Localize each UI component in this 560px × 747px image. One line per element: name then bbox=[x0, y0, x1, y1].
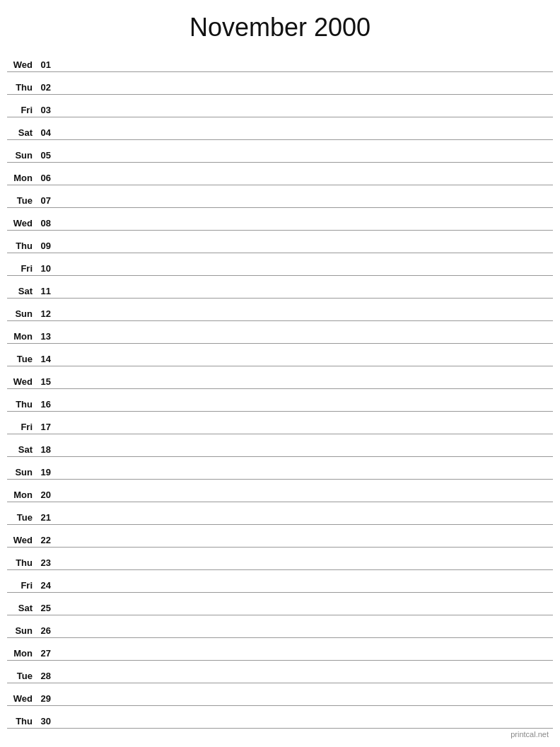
day-name: Tue bbox=[7, 512, 35, 523]
day-number: 06 bbox=[35, 173, 57, 183]
day-number: 15 bbox=[35, 376, 57, 387]
day-line bbox=[57, 499, 553, 500]
day-line bbox=[57, 635, 553, 636]
day-number: 29 bbox=[35, 693, 57, 704]
day-row: Sun26 bbox=[7, 615, 553, 638]
day-row: Sat25 bbox=[7, 593, 553, 615]
day-line bbox=[57, 69, 553, 70]
day-number: 11 bbox=[35, 286, 57, 296]
day-number: 08 bbox=[35, 218, 57, 228]
day-name: Thu bbox=[7, 716, 35, 726]
day-row: Thu02 bbox=[7, 72, 553, 95]
day-number: 18 bbox=[35, 444, 57, 455]
day-row: Wed29 bbox=[7, 683, 553, 706]
day-line bbox=[57, 477, 553, 477]
day-line bbox=[57, 432, 553, 432]
day-name: Mon bbox=[7, 331, 35, 342]
day-line bbox=[57, 341, 553, 342]
day-row: Mon13 bbox=[7, 321, 553, 344]
day-number: 21 bbox=[35, 512, 57, 523]
day-number: 30 bbox=[35, 716, 57, 726]
day-name: Mon bbox=[7, 173, 35, 183]
day-row: Tue07 bbox=[7, 185, 553, 208]
day-row: Wed08 bbox=[7, 208, 553, 231]
day-number: 05 bbox=[35, 150, 57, 161]
day-number: 20 bbox=[35, 490, 57, 500]
day-name: Tue bbox=[7, 195, 35, 206]
day-name: Mon bbox=[7, 648, 35, 659]
day-name: Sun bbox=[7, 308, 35, 319]
day-number: 14 bbox=[35, 354, 57, 364]
day-line bbox=[57, 205, 553, 206]
day-line bbox=[57, 250, 553, 251]
day-number: 13 bbox=[35, 331, 57, 342]
day-row: Tue28 bbox=[7, 661, 553, 683]
day-row: Fri10 bbox=[7, 253, 553, 276]
day-number: 03 bbox=[35, 105, 57, 115]
day-name: Tue bbox=[7, 671, 35, 681]
day-line bbox=[57, 590, 553, 591]
day-row: Mon20 bbox=[7, 480, 553, 502]
day-line bbox=[57, 726, 553, 726]
day-number: 23 bbox=[35, 557, 57, 568]
day-line bbox=[57, 567, 553, 568]
day-name: Thu bbox=[7, 557, 35, 568]
day-line bbox=[57, 545, 553, 545]
day-name: Sat bbox=[7, 127, 35, 138]
day-line bbox=[57, 183, 553, 183]
day-number: 25 bbox=[35, 603, 57, 613]
page-title: November 2000 bbox=[0, 0, 560, 50]
day-number: 02 bbox=[35, 82, 57, 93]
day-number: 01 bbox=[35, 59, 57, 70]
day-number: 17 bbox=[35, 422, 57, 432]
day-row: Fri03 bbox=[7, 95, 553, 117]
day-line bbox=[57, 92, 553, 93]
day-row: Sat18 bbox=[7, 434, 553, 457]
day-line bbox=[57, 613, 553, 613]
day-row: Thu09 bbox=[7, 231, 553, 253]
day-line bbox=[57, 522, 553, 523]
day-number: 09 bbox=[35, 241, 57, 251]
day-row: Wed15 bbox=[7, 366, 553, 389]
day-name: Thu bbox=[7, 399, 35, 410]
day-name: Fri bbox=[7, 422, 35, 432]
day-number: 07 bbox=[35, 195, 57, 206]
day-name: Thu bbox=[7, 241, 35, 251]
day-row: Mon06 bbox=[7, 163, 553, 185]
day-line bbox=[57, 703, 553, 704]
day-name: Fri bbox=[7, 263, 35, 274]
day-line bbox=[57, 658, 553, 659]
day-number: 12 bbox=[35, 308, 57, 319]
day-name: Sun bbox=[7, 467, 35, 477]
day-name: Sat bbox=[7, 286, 35, 296]
day-row: Sun19 bbox=[7, 457, 553, 480]
day-row: Sat04 bbox=[7, 117, 553, 140]
day-line bbox=[57, 318, 553, 319]
day-row: Wed22 bbox=[7, 525, 553, 548]
day-line bbox=[57, 409, 553, 410]
day-line bbox=[57, 137, 553, 138]
day-name: Fri bbox=[7, 105, 35, 115]
day-name: Wed bbox=[7, 693, 35, 704]
day-row: Tue14 bbox=[7, 344, 553, 366]
day-name: Sat bbox=[7, 603, 35, 613]
day-row: Sun12 bbox=[7, 299, 553, 321]
day-row: Fri17 bbox=[7, 412, 553, 434]
day-name: Fri bbox=[7, 580, 35, 591]
day-number: 22 bbox=[35, 535, 57, 545]
day-line bbox=[57, 681, 553, 681]
day-line bbox=[57, 228, 553, 228]
day-number: 16 bbox=[35, 399, 57, 410]
day-line bbox=[57, 454, 553, 455]
day-name: Mon bbox=[7, 490, 35, 500]
day-name: Tue bbox=[7, 354, 35, 364]
day-row: Thu23 bbox=[7, 548, 553, 570]
day-row: Wed01 bbox=[7, 50, 553, 72]
day-number: 26 bbox=[35, 625, 57, 636]
day-line bbox=[57, 364, 553, 364]
day-name: Sat bbox=[7, 444, 35, 455]
day-line bbox=[57, 115, 553, 115]
calendar-container: Wed01Thu02Fri03Sat04Sun05Mon06Tue07Wed08… bbox=[0, 50, 560, 729]
day-name: Wed bbox=[7, 59, 35, 70]
day-row: Fri24 bbox=[7, 570, 553, 593]
